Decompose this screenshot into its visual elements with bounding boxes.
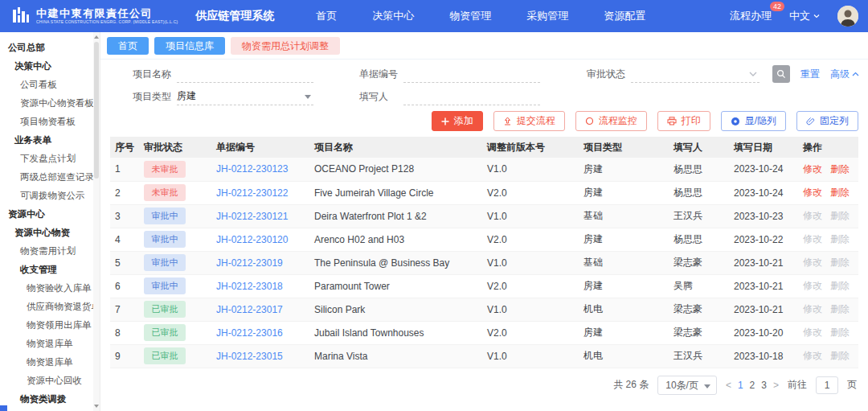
sidebar-item[interactable]: 物资验收入库单: [0, 279, 100, 298]
delete-action[interactable]: 删除: [830, 327, 850, 338]
doc-number-link[interactable]: JH-0212-23017: [216, 304, 283, 315]
sidebar-item[interactable]: 物资退库单: [0, 353, 100, 372]
doc-number-link[interactable]: JH-0212-230120: [216, 234, 288, 245]
nav-item[interactable]: 资源配置: [604, 9, 645, 23]
table-row: 5 审批中 JH-0212-23019 The Peninsula @ Busi…: [110, 251, 858, 274]
sidebar-item[interactable]: 资源中心: [0, 205, 100, 224]
sidebar-item[interactable]: 两级总部巡查记录: [0, 168, 100, 187]
edit-action[interactable]: 修改: [803, 233, 822, 245]
sidebar-item[interactable]: 下发盘点计划: [0, 150, 100, 168]
project-type-select[interactable]: 房建: [177, 88, 313, 105]
process-handling-link[interactable]: 流程办理 42: [730, 9, 772, 23]
search-icon: [776, 69, 786, 79]
goto-page-input[interactable]: [816, 376, 838, 394]
page-number[interactable]: 2: [750, 380, 755, 391]
delete-action[interactable]: 删除: [830, 187, 850, 198]
reset-button[interactable]: 重置: [800, 68, 820, 81]
delete-action[interactable]: 删除: [830, 280, 850, 291]
edit-action[interactable]: 修改: [803, 350, 822, 361]
printer-icon: [667, 117, 677, 125]
approval-status-select[interactable]: [631, 65, 760, 83]
fixed-columns-button[interactable]: 固定列: [796, 111, 858, 131]
project-name-cell: OCEANO Project P128: [309, 158, 482, 181]
row-index: 9: [110, 344, 139, 368]
scrollbar-thumb[interactable]: [94, 42, 99, 179]
edit-action[interactable]: 修改: [803, 280, 822, 291]
sidebar-item[interactable]: 资源中心物资看板: [0, 94, 100, 113]
version-cell: V2.0: [482, 274, 579, 298]
edit-action[interactable]: 修改: [803, 163, 822, 175]
nav-item[interactable]: 决策中心: [372, 9, 414, 23]
filler-input[interactable]: [403, 88, 540, 105]
per-page-select[interactable]: 10条/页: [657, 376, 717, 395]
language-switcher[interactable]: 中文: [789, 9, 820, 23]
delete-action[interactable]: 删除: [830, 233, 850, 245]
sidebar-item[interactable]: 物资退库单: [0, 335, 100, 353]
doc-number-link[interactable]: JH-0212-23015: [216, 351, 283, 362]
delete-action[interactable]: 删除: [830, 163, 850, 175]
sidebar-item[interactable]: 可调拨物资公示: [0, 187, 100, 205]
sidebar-item[interactable]: 公司看板: [0, 76, 100, 94]
status-badge: 审批中: [144, 208, 186, 224]
process-monitor-button[interactable]: 流程监控: [575, 111, 647, 131]
doc-number-link[interactable]: JH-0212-230123: [216, 163, 288, 175]
user-avatar[interactable]: [837, 6, 858, 27]
doc-number-link[interactable]: JH-0212-230122: [216, 187, 288, 199]
nav-item[interactable]: 采购管理: [526, 9, 568, 23]
doc-number-link[interactable]: JH-0212-23019: [216, 257, 283, 269]
scroll-up-icon[interactable]: [94, 35, 99, 39]
sidebar-item[interactable]: 项目物资看板: [0, 113, 100, 131]
sidebar-item[interactable]: 物资类调拨: [0, 390, 100, 409]
doc-number-link[interactable]: JH-0212-230121: [216, 211, 288, 222]
row-index: 8: [110, 321, 139, 344]
process-count-badge: 42: [770, 2, 784, 11]
project-type-cell: 房建: [579, 181, 669, 204]
prev-page-button[interactable]: <: [726, 380, 731, 391]
advanced-toggle[interactable]: 高级: [830, 68, 859, 81]
sidebar-item[interactable]: 资源中心回收: [0, 372, 100, 390]
project-name-input[interactable]: [177, 66, 313, 82]
tab[interactable]: 项目信息库: [154, 37, 225, 55]
delete-action[interactable]: 删除: [830, 257, 850, 268]
sidebar-item[interactable]: 物资领用出库单: [0, 316, 100, 335]
search-button[interactable]: [772, 65, 790, 83]
company-logo-icon: [11, 6, 31, 26]
delete-action[interactable]: 删除: [830, 210, 850, 221]
approval-status-label: 审批状态: [587, 68, 631, 81]
sidebar-item[interactable]: 业务表单: [0, 131, 100, 150]
submit-process-button[interactable]: 提交流程: [493, 111, 565, 131]
scroll-down-icon[interactable]: [94, 405, 99, 408]
edit-action[interactable]: 修改: [803, 303, 822, 314]
page-number[interactable]: 3: [761, 380, 767, 391]
tab[interactable]: 首页: [107, 37, 149, 55]
sidebar-item[interactable]: 供应商物资退货单: [0, 298, 100, 316]
edit-action[interactable]: 修改: [803, 327, 822, 338]
delete-action[interactable]: 删除: [830, 350, 850, 361]
sidebar-item[interactable]: 收支管理: [0, 261, 100, 279]
sidebar-item[interactable]: 物资需用计划: [0, 242, 100, 261]
doc-no-input[interactable]: [403, 66, 540, 82]
delete-action[interactable]: 删除: [830, 303, 850, 314]
doc-number-link[interactable]: JH-0212-23016: [216, 327, 283, 339]
show-hide-columns-button[interactable]: 显/隐列: [721, 111, 786, 131]
add-button[interactable]: 添加: [432, 111, 483, 131]
edit-action[interactable]: 修改: [803, 210, 822, 221]
date-cell: 2023-10-24: [729, 181, 798, 204]
next-page-button[interactable]: >: [773, 380, 779, 391]
edit-action[interactable]: 修改: [803, 257, 822, 268]
nav-item[interactable]: 首页: [316, 9, 337, 23]
chevron-down-icon: [749, 71, 757, 77]
sidebar-item[interactable]: 决策中心: [0, 57, 100, 76]
tab[interactable]: 物资需用总计划调整: [231, 37, 340, 55]
project-type-cell: 房建: [579, 274, 669, 298]
table-row: 4 审批中 JH-0212-230120 Arenco H02 and H03 …: [110, 228, 858, 251]
edit-action[interactable]: 修改: [803, 187, 822, 198]
sidebar-item[interactable]: 资源中心物资: [0, 224, 100, 242]
nav-item[interactable]: 物资管理: [449, 9, 491, 23]
sidebar-item[interactable]: 公司总部: [0, 39, 100, 57]
column-header: 填写日期: [729, 137, 798, 158]
page-number[interactable]: 1: [738, 380, 743, 391]
sidebar-scrollbar[interactable]: [93, 32, 100, 411]
print-button[interactable]: 打印: [657, 111, 710, 131]
doc-number-link[interactable]: JH-0212-23018: [216, 281, 283, 292]
